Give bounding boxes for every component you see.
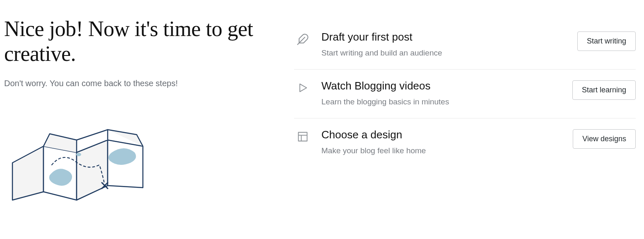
step-body: Draft your first post Start writing and … <box>321 31 567 58</box>
step-body: Choose a design Make your blog feel like… <box>321 128 563 155</box>
svg-line-7 <box>298 37 305 45</box>
step-choose-design: Choose a design Make your blog feel like… <box>294 118 636 167</box>
hero-subhead: Don't worry. You can come back to these … <box>4 79 277 88</box>
layout-icon <box>294 128 311 142</box>
step-watch-videos: Watch Blogging videos Learn the blogging… <box>294 70 636 118</box>
step-desc: Make your blog feel like home <box>321 146 563 155</box>
play-icon <box>294 80 311 94</box>
step-body: Watch Blogging videos Learn the blogging… <box>321 80 562 106</box>
steps-panel: Draft your first post Start writing and … <box>294 17 644 239</box>
step-desc: Start writing and build an audience <box>321 48 567 58</box>
feather-icon <box>294 31 311 46</box>
svg-rect-9 <box>299 133 307 141</box>
start-writing-button[interactable]: Start writing <box>577 31 636 51</box>
svg-marker-0 <box>12 146 43 200</box>
view-designs-button[interactable]: View designs <box>573 129 636 149</box>
svg-point-4 <box>76 153 81 156</box>
svg-marker-2 <box>77 140 108 200</box>
step-desc: Learn the blogging basics in minutes <box>321 97 562 106</box>
step-title: Draft your first post <box>321 31 567 43</box>
map-illustration <box>4 121 277 206</box>
start-learning-button[interactable]: Start learning <box>572 80 636 100</box>
hero-panel: Nice job! Now it's time to get creative.… <box>4 17 294 239</box>
step-title: Watch Blogging videos <box>321 80 562 92</box>
svg-marker-8 <box>300 84 306 92</box>
hero-headline: Nice job! Now it's time to get creative. <box>4 17 277 66</box>
step-draft-post: Draft your first post Start writing and … <box>294 21 636 70</box>
step-title: Choose a design <box>321 128 563 141</box>
